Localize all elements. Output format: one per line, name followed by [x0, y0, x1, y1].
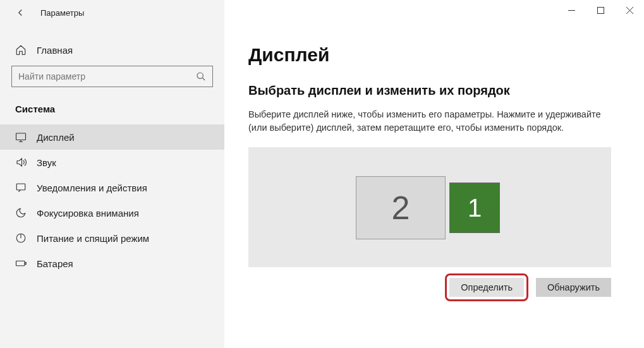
sidebar-item-label: Звук — [37, 157, 56, 168]
focus-icon — [15, 207, 27, 219]
sidebar-item-label: Питание и спящий режим — [37, 233, 149, 244]
search-input[interactable] — [18, 71, 196, 81]
detect-button[interactable]: Обнаружить — [536, 278, 611, 297]
sidebar: Главная Система Дисплей Звук — [0, 0, 224, 348]
battery-icon — [15, 258, 27, 269]
home-nav-item[interactable]: Главная — [0, 40, 224, 66]
svg-rect-4 — [16, 184, 25, 190]
sidebar-item-label: Дисплей — [37, 132, 75, 143]
window-title: Параметры — [40, 8, 84, 18]
sidebar-item-label: Фокусировка внимания — [37, 208, 139, 219]
search-icon — [196, 71, 206, 81]
display-icon — [15, 131, 27, 143]
sidebar-item-power[interactable]: Питание и спящий режим — [0, 225, 224, 251]
sidebar-item-focus[interactable]: Фокусировка внимания — [0, 200, 224, 225]
page-title: Дисплей — [248, 44, 620, 66]
sidebar-section-title: Система — [0, 99, 224, 124]
svg-rect-6 — [16, 261, 25, 266]
display-arranger[interactable]: 2 1 — [248, 147, 611, 267]
sidebar-item-display[interactable]: Дисплей — [0, 124, 224, 150]
search-wrap — [0, 66, 224, 99]
sidebar-item-sound[interactable]: Звук — [0, 150, 224, 175]
search-box[interactable] — [11, 66, 213, 87]
main-content: Дисплей Выбрать дисплеи и изменить их по… — [224, 0, 644, 348]
sound-icon — [15, 157, 27, 168]
section-heading: Выбрать дисплеи и изменить их порядок — [248, 83, 620, 98]
identify-button[interactable]: Определить — [449, 278, 524, 297]
svg-rect-3 — [16, 133, 26, 140]
settings-window: Параметры Главная — [0, 0, 644, 348]
notifications-icon — [15, 182, 27, 193]
svg-rect-7 — [25, 263, 27, 265]
monitor-2[interactable]: 2 — [356, 176, 446, 239]
titlebar-left: Параметры — [0, 5, 84, 20]
home-icon — [15, 44, 27, 56]
home-label: Главная — [37, 45, 73, 56]
back-button[interactable] — [13, 5, 28, 20]
power-icon — [15, 232, 27, 244]
sidebar-item-battery[interactable]: Батарея — [0, 251, 224, 276]
monitor-1[interactable]: 1 — [449, 183, 500, 233]
section-description: Выберите дисплей ниже, чтобы изменить ег… — [248, 108, 615, 135]
highlight-ring: Определить — [445, 273, 528, 301]
svg-point-2 — [197, 73, 203, 78]
arrow-left-icon — [15, 7, 26, 18]
sidebar-item-label: Батарея — [37, 258, 73, 269]
sidebar-item-label: Уведомления и действия — [37, 183, 147, 193]
display-actions: Определить Обнаружить — [248, 273, 611, 301]
monitor-label: 1 — [468, 194, 482, 222]
sidebar-item-notifications[interactable]: Уведомления и действия — [0, 175, 224, 200]
monitor-label: 2 — [392, 189, 410, 227]
